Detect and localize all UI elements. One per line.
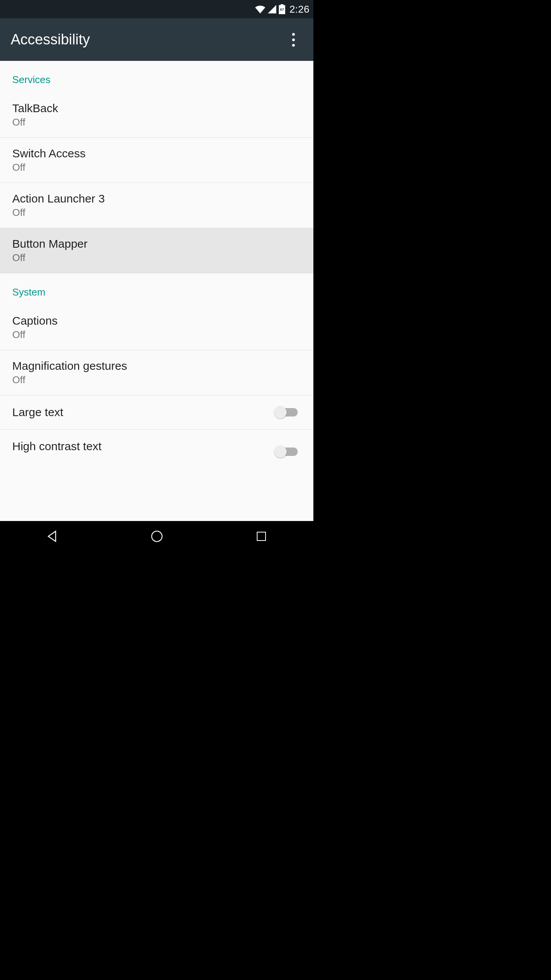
item-talkback[interactable]: TalkBack Off: [0, 93, 313, 138]
battery-icon: 67: [279, 4, 285, 14]
recents-icon: [256, 531, 267, 542]
back-icon: [46, 529, 59, 543]
home-icon: [150, 530, 163, 543]
high-contrast-text-toggle[interactable]: [274, 444, 301, 459]
item-label: Captions: [12, 314, 57, 327]
item-large-text[interactable]: Large text: [0, 395, 313, 430]
page-title: Accessibility: [11, 31, 90, 48]
svg-text:67: 67: [280, 7, 284, 11]
item-status: Off: [12, 162, 86, 173]
app-bar: Accessibility: [0, 18, 313, 61]
back-button[interactable]: [33, 527, 72, 546]
large-text-toggle[interactable]: [274, 405, 301, 420]
item-label: TalkBack: [12, 102, 58, 115]
item-magnification-gestures[interactable]: Magnification gestures Off: [0, 350, 313, 395]
home-button[interactable]: [138, 527, 176, 546]
item-label: Magnification gestures: [12, 359, 127, 372]
item-action-launcher-3[interactable]: Action Launcher 3 Off: [0, 183, 313, 228]
svg-point-1: [292, 33, 295, 36]
svg-point-2: [292, 38, 295, 41]
status-bar: 67 2:26: [0, 0, 313, 18]
item-switch-access[interactable]: Switch Access Off: [0, 138, 313, 183]
nav-bar: [0, 521, 313, 551]
cell-signal-icon: [268, 5, 276, 13]
svg-point-3: [292, 44, 295, 46]
item-label: Action Launcher 3: [12, 192, 105, 205]
item-label: High contrast text: [12, 440, 101, 453]
overflow-menu-button[interactable]: [284, 31, 303, 49]
status-time: 2:26: [289, 3, 310, 15]
item-status: Off: [12, 374, 127, 386]
settings-list[interactable]: Services TalkBack Off Switch Access Off …: [0, 61, 313, 521]
section-services: Services: [0, 61, 313, 93]
item-captions[interactable]: Captions Off: [0, 305, 313, 350]
item-label: Button Mapper: [12, 237, 88, 250]
section-system: System: [0, 273, 313, 305]
item-status: Off: [12, 329, 57, 341]
more-vert-icon: [292, 33, 295, 47]
item-label: Switch Access: [12, 147, 86, 160]
wifi-icon: [255, 5, 266, 13]
item-label: Large text: [12, 406, 63, 419]
item-high-contrast-text[interactable]: High contrast text: [0, 430, 313, 463]
item-status: Off: [12, 207, 105, 219]
recents-button[interactable]: [242, 527, 280, 546]
svg-point-4: [152, 531, 162, 541]
item-status: Off: [12, 116, 58, 128]
item-button-mapper[interactable]: Button Mapper Off: [0, 228, 313, 273]
svg-rect-5: [257, 532, 266, 541]
item-status: Off: [12, 252, 88, 264]
